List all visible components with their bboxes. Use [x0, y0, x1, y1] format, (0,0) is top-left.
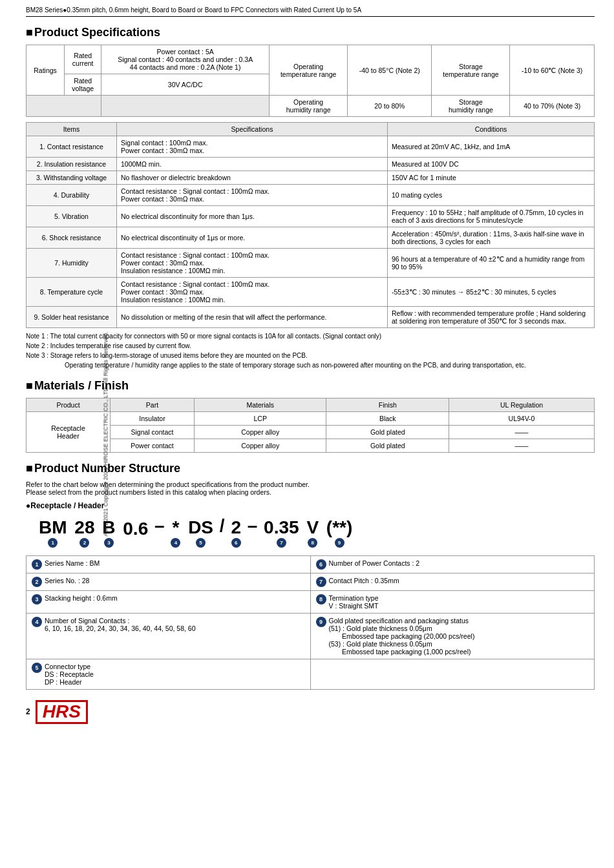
hrs-logo: HRS — [36, 700, 88, 724]
items-header: Items — [26, 123, 117, 136]
materials-title: Materials / Finish — [26, 379, 595, 393]
op-temp-value: -40 to 85°C (Note 2) — [348, 45, 432, 96]
spec-detail: Signal contact : 100mΩ max. Power contac… — [117, 136, 388, 158]
receptacle-header-label: ●Receptacle / Header — [26, 501, 595, 510]
part-col-header: Part — [111, 398, 195, 412]
mat-finish-1: Gold plated — [326, 426, 449, 439]
pn-legend-table: 1Series Name : BM6Number of Power Contac… — [26, 555, 595, 690]
spec-item: 6. Shock resistance — [26, 227, 117, 249]
op-hum-value: 20 to 80% — [348, 96, 432, 117]
mat-finish-2: Gold plated — [326, 439, 449, 453]
mat-finish: Black — [326, 412, 449, 426]
spec-condition: -55±3℃ : 30 minutes → 85±2℃ : 30 minutes… — [388, 278, 595, 307]
blank-cell2 — [101, 96, 270, 117]
pn-seg-6: 2 6 — [231, 519, 241, 548]
spec-detail: No dissolution or melting of the resin t… — [117, 307, 388, 328]
mat-part: Insulator — [111, 412, 195, 426]
pn-seg-stk: 0.6 — [123, 520, 148, 548]
pn-display: BM 1 28 2 B 3 0.6 – * 4 DS 5 / — [39, 515, 595, 548]
pn-intro1: Refer to the chart below when determinin… — [26, 480, 595, 488]
header-title: BM28 Series●0.35mm pitch, 0.6mm height, … — [26, 6, 361, 14]
rated-voltage-value: 30V AC/DC — [101, 74, 270, 96]
product-cell: Receptacle Header — [26, 412, 111, 453]
specifications-header: Specifications — [117, 123, 388, 136]
ratings-label: Ratings — [26, 45, 65, 96]
mat-materials-1: Copper alloy — [195, 426, 326, 439]
spec-condition: Reflow : with recommended temperature pr… — [388, 307, 595, 328]
stor-temp-label: Storagetemperature range — [432, 45, 510, 96]
pn-legend-cell-7: 9Gold plated specification and packaging… — [310, 614, 595, 659]
product-number-section: Refer to the chart below when determinin… — [26, 480, 595, 690]
spec-item: 3. Withstanding voltage — [26, 171, 117, 185]
mat-ul: UL94V-0 — [449, 412, 595, 426]
spec-item: 1. Contact resistance — [26, 136, 117, 158]
spec-condition: Measured at 100V DC — [388, 158, 595, 171]
specs-table: Items Specifications Conditions 1. Conta… — [26, 122, 595, 328]
note-2: Note 2 : Includes temperature rise cause… — [26, 341, 595, 351]
rated-current-label: Ratedcurrent — [65, 45, 101, 74]
rated-current-value: Power contact : 5A Signal contact : 40 c… — [101, 45, 270, 74]
product-number-title: Product Number Structure — [26, 462, 595, 475]
spec-item: 9. Solder heat resistance — [26, 307, 117, 328]
spec-item: 8. Temperature cycle — [26, 278, 117, 307]
stor-hum-value: 40 to 70% (Note 3) — [510, 96, 595, 117]
spec-item: 7. Humidity — [26, 249, 117, 278]
sidebar-copyright: Apr.1.2021 Copyright 2021 HIROSE ELECTRI… — [102, 332, 109, 537]
product-col-header: Product — [26, 398, 111, 412]
blank-cell — [26, 96, 101, 117]
spec-condition: Acceleration : 450m/s², duration : 11ms,… — [388, 227, 595, 249]
finish-col-header: Finish — [326, 398, 449, 412]
pn-legend-cell-2: 2Series No. : 28 — [26, 574, 311, 591]
spec-detail: 1000MΩ min. — [117, 158, 388, 171]
spec-detail: Contact resistance : Signal contact : 10… — [117, 249, 388, 278]
page-number: 2 — [26, 707, 30, 716]
conditions-header: Conditions — [388, 123, 595, 136]
spec-detail: No flashover or dielectric breakdown — [117, 171, 388, 185]
mat-ul-2: —— — [449, 439, 595, 453]
mat-part-2: Power contact — [111, 439, 195, 453]
pn-seg-7: 0.35 7 — [264, 519, 299, 548]
spec-item: 4. Durability — [26, 185, 117, 206]
pn-legend-cell-3: 7Contact Pitch : 0.35mm — [310, 574, 595, 591]
pn-intro2: Please select from the product numbers l… — [26, 488, 595, 496]
pn-seg-5: DS 5 — [188, 519, 213, 548]
op-temp-label: Operatingtemperature range — [270, 45, 348, 96]
note-1: Note 1 : The total current capacity for … — [26, 331, 595, 341]
stor-temp-value: -10 to 60℃ (Note 3) — [510, 45, 595, 96]
mat-part-1: Signal contact — [111, 426, 195, 439]
note-3: Note 3 : Storage refers to long-term-sto… — [26, 351, 595, 360]
materials-table: Product Part Materials Finish UL Regulat… — [26, 398, 595, 453]
pn-legend-cell-4: 3Stacking height : 0.6mm — [26, 591, 311, 614]
pn-legend-cell-9 — [310, 659, 595, 690]
spec-detail: Contact resistance : Signal contact : 10… — [117, 278, 388, 307]
spec-condition: Measured at 20mV AC, 1kHz, and 1mA — [388, 136, 595, 158]
rated-voltage-label: Ratedvoltage — [65, 74, 101, 96]
mat-materials-2: Copper alloy — [195, 439, 326, 453]
pn-legend-cell-0: 1Series Name : BM — [26, 556, 311, 574]
spec-condition: 10 mating cycles — [388, 185, 595, 206]
pn-seg-2: 28 2 — [74, 519, 94, 548]
pn-legend-cell-8: 5Connector type DS : Receptacle DP : Hea… — [26, 659, 311, 690]
pn-seg-8: V 8 — [306, 519, 319, 548]
op-hum-label: Operatinghumidity range — [270, 96, 348, 117]
ratings-table: Ratings Ratedcurrent Power contact : 5A … — [26, 45, 595, 117]
spec-condition: Frequency : 10 to 55Hz ; half amplitude … — [388, 206, 595, 227]
page-header: BM28 Series●0.35mm pitch, 0.6mm height, … — [26, 6, 595, 17]
pn-legend-cell-1: 6Number of Power Contacts : 2 — [310, 556, 595, 574]
notes-section: Note 1 : The total current capacity for … — [26, 331, 595, 370]
materials-col-header: Materials — [195, 398, 326, 412]
stor-hum-label: Storagehumidity range — [432, 96, 510, 117]
spec-detail: No electrical discontinuity of 1μs or mo… — [117, 227, 388, 249]
mat-ul-1: —— — [449, 426, 595, 439]
mat-materials: LCP — [195, 412, 326, 426]
spec-item: 2. Insulation resistance — [26, 158, 117, 171]
spec-condition: 96 hours at a temperature of 40 ±2℃ and … — [388, 249, 595, 278]
pn-seg-4: * 4 — [171, 519, 180, 548]
pn-seg-9: (**) 9 — [326, 519, 352, 548]
pn-seg-1: BM 1 — [39, 519, 67, 548]
pn-legend-cell-5: 8Termination type V : Straight SMT — [310, 591, 595, 614]
ul-col-header: UL Regulation — [449, 398, 595, 412]
note-4: Operating temperature / humidity range a… — [65, 360, 595, 370]
pn-legend-cell-6: 4Number of Signal Contacts : 6, 10, 16, … — [26, 614, 311, 659]
product-specs-title: Product Specifications — [26, 26, 595, 39]
